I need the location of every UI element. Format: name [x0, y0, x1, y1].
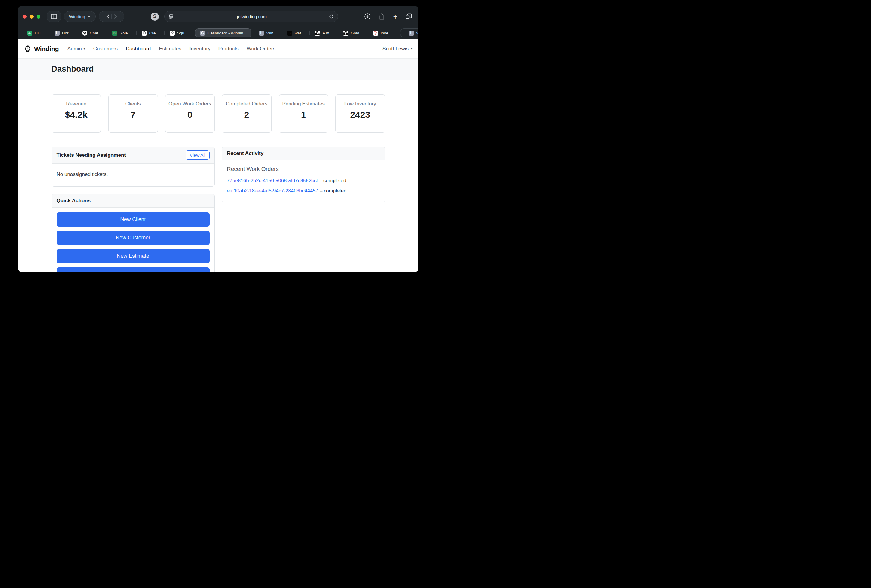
- tab-label: Cre...: [149, 31, 159, 35]
- stat-label: Clients: [111, 101, 155, 107]
- tab-dashboard-winding-active[interactable]: G Dashboard - Windin...: [195, 28, 251, 37]
- nav-item-dashboard[interactable]: Dashboard: [126, 46, 151, 52]
- stat-value: 1: [281, 110, 326, 120]
- nav-item-customers[interactable]: Customers: [93, 46, 118, 52]
- tab-separator: [397, 31, 397, 35]
- history-nav-group: [99, 11, 124, 22]
- tab-label: A m...: [322, 31, 333, 35]
- checker-icon: [343, 31, 348, 36]
- quick-actions-header: Quick Actions: [52, 194, 215, 208]
- stripes-icon: [170, 31, 175, 36]
- downloads-button[interactable]: [364, 13, 371, 20]
- new-customer-button[interactable]: New Customer: [57, 231, 210, 245]
- tab-hor[interactable]: L Hor...: [49, 28, 77, 37]
- sidebar-icon: [51, 14, 57, 19]
- tab-label: Win...: [266, 31, 277, 35]
- stat-value: 2423: [338, 110, 382, 120]
- webpage: Winding Admin ▾ Customers Dashboard Esti…: [18, 39, 418, 272]
- forward-button[interactable]: [114, 14, 117, 19]
- tab-wat[interactable]: ♪ wat...: [282, 28, 309, 37]
- tab-label: Hor...: [62, 31, 72, 35]
- tab-label: Win...: [416, 31, 418, 35]
- tab-hh[interactable]: HH...: [22, 28, 49, 37]
- tab-inve[interactable]: Inve...: [368, 28, 397, 37]
- tickets-panel-header: Tickets Needing Assignment View All: [52, 147, 215, 164]
- tab-role[interactable]: [S] Role...: [107, 28, 136, 37]
- nav-item-estimates[interactable]: Estimates: [159, 46, 181, 52]
- tab-win-2[interactable]: L Win...: [400, 28, 418, 37]
- nav-item-admin[interactable]: Admin ▾: [67, 46, 85, 52]
- nav-item-products[interactable]: Products: [218, 46, 239, 52]
- left-column: Tickets Needing Assignment View All No u…: [52, 147, 215, 272]
- brand[interactable]: Winding: [24, 45, 59, 52]
- profile-label: Winding: [69, 14, 85, 19]
- stat-label: Pending Estimates: [281, 101, 326, 107]
- tickets-panel: Tickets Needing Assignment View All No u…: [52, 147, 215, 187]
- new-tab-button[interactable]: +: [393, 13, 397, 20]
- laravel-icon: [373, 31, 378, 36]
- tab-gold[interactable]: Gold...: [338, 28, 368, 37]
- nav-item-inventory[interactable]: Inventory: [189, 46, 210, 52]
- sidebar-toggle-button[interactable]: [47, 11, 61, 22]
- work-order-link[interactable]: eaf10ab2-18ae-4af5-94c7-28403bc44457: [227, 188, 318, 193]
- stat-value: 0: [168, 110, 212, 120]
- tab-squ[interactable]: Squ...: [165, 28, 193, 37]
- tab-label: wat...: [295, 31, 304, 35]
- user-name: Scott Lewis: [382, 46, 409, 52]
- nav-item-label: Dashboard: [126, 46, 151, 52]
- stat-card-row: Revenue $4.2k Clients 7 Open Work Orders…: [52, 94, 385, 133]
- watch-logo-icon: [24, 45, 31, 52]
- tab-strip: HH... L Hor... Chat... [S] Role...: [18, 27, 418, 39]
- nav-item-label: Estimates: [159, 46, 181, 52]
- page-format-icon[interactable]: [169, 14, 174, 19]
- work-order-row: 77be816b-2b2c-4150-a068-afd7c8582bcf – c…: [227, 178, 380, 183]
- sheets-icon: [27, 31, 32, 36]
- nav-item-label: Products: [218, 46, 239, 52]
- reload-icon[interactable]: [329, 14, 334, 19]
- work-order-status-text: – completed: [319, 178, 346, 183]
- chatgpt-icon: [82, 31, 87, 36]
- tab-cre[interactable]: Cre...: [137, 28, 164, 37]
- browser-titlebar: Winding S: [18, 6, 418, 27]
- tab-win-1[interactable]: L Win...: [254, 28, 282, 37]
- stat-card-completed-orders: Completed Orders 2: [222, 94, 272, 133]
- app-navbar: Winding Admin ▾ Customers Dashboard Esti…: [18, 39, 418, 58]
- tab-overview-button[interactable]: [406, 13, 412, 20]
- new-client-button[interactable]: New Client: [57, 212, 210, 227]
- back-button[interactable]: [106, 14, 109, 19]
- work-order-status: – completed: [319, 178, 346, 183]
- profile-menu-button[interactable]: Winding: [64, 11, 96, 22]
- chevron-down-icon: ▾: [411, 47, 412, 50]
- address-bar[interactable]: getwinding.com: [164, 11, 338, 22]
- toolbar-right-cluster: +: [364, 13, 412, 20]
- tab-label: Squ...: [177, 31, 188, 35]
- work-order-link[interactable]: 77be816b-2b2c-4150-a068-afd7c8582bcf: [227, 178, 318, 183]
- stat-label: Low Inventory: [338, 101, 382, 107]
- user-menu[interactable]: Scott Lewis ▾: [382, 46, 412, 52]
- minimize-window-button[interactable]: [30, 15, 34, 19]
- stat-card-revenue: Revenue $4.2k: [52, 94, 101, 133]
- share-button[interactable]: [379, 13, 385, 20]
- recent-work-orders-subtitle: Recent Work Orders: [227, 166, 380, 172]
- nav-item-label: Inventory: [189, 46, 210, 52]
- stat-card-open-work-orders: Open Work Orders 0: [165, 94, 215, 133]
- tab-label: Inve...: [381, 31, 392, 35]
- tab-a-m[interactable]: A m...: [310, 28, 338, 37]
- brand-name: Winding: [34, 45, 59, 52]
- extension-s-icon[interactable]: S: [151, 13, 159, 21]
- quick-actions-panel: Quick Actions New Client New Customer Ne…: [52, 194, 215, 272]
- letter-l-icon: L: [55, 31, 60, 36]
- work-order-status: – completed: [320, 188, 346, 193]
- zoom-window-button[interactable]: [37, 15, 40, 19]
- work-order-status-text: – completed: [320, 188, 346, 193]
- new-work-order-button[interactable]: New Work Order: [57, 267, 210, 272]
- letter-l-icon: L: [409, 31, 414, 36]
- new-estimate-button[interactable]: New Estimate: [57, 249, 210, 263]
- close-window-button[interactable]: [23, 15, 27, 19]
- stat-value: 7: [111, 110, 155, 120]
- checker-icon: [315, 31, 320, 36]
- tiktok-icon: ♪: [287, 31, 292, 36]
- nav-item-work-orders[interactable]: Work Orders: [247, 46, 275, 52]
- tab-chat[interactable]: Chat...: [77, 28, 107, 37]
- view-all-button[interactable]: View All: [186, 150, 210, 160]
